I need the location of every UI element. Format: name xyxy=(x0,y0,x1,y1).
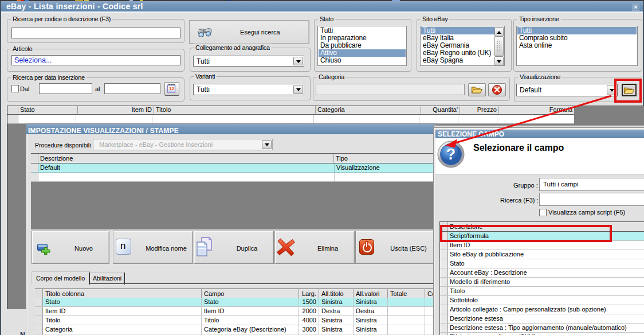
svg-text:12: 12 xyxy=(169,86,174,91)
svg-text:?: ? xyxy=(446,146,456,163)
